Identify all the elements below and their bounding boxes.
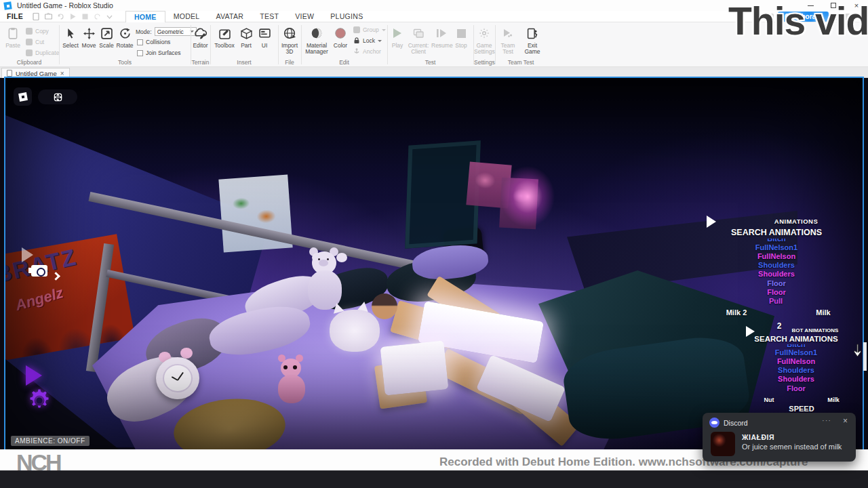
material-manager-button[interactable]: Material Manager xyxy=(303,26,330,56)
search-animations-button[interactable]: SEARCH ANIMATIONS xyxy=(731,228,822,237)
bot-search-animations-button[interactable]: SEARCH ANIMATIONS xyxy=(754,335,837,343)
resume-button[interactable]: Resume xyxy=(431,26,452,49)
notification-username: ЖIAŁĐIЯ xyxy=(742,433,774,441)
animation-item[interactable]: Pull xyxy=(769,297,783,305)
windows-taskbar: 19°C Ciel couvert Search T1 1 1 xyxy=(0,470,868,488)
new-file-icon[interactable] xyxy=(33,13,40,20)
anchor-icon xyxy=(353,48,360,55)
roblox-studio-logo-icon xyxy=(3,1,12,9)
chevron-down-icon xyxy=(382,29,386,31)
notification-app-name: Discord xyxy=(724,419,748,427)
game-topbar-pill[interactable] xyxy=(38,89,77,104)
open-file-icon[interactable] xyxy=(45,13,52,20)
animation-item-clipped[interactable]: Bitch xyxy=(767,239,786,243)
animation-item[interactable]: Floor xyxy=(767,279,786,287)
scene-vignette xyxy=(5,78,863,449)
chat-list-icon[interactable] xyxy=(54,93,62,102)
collisions-checkbox[interactable]: Collisions xyxy=(137,39,170,45)
notification-close-icon[interactable]: × xyxy=(843,416,848,426)
play-button[interactable]: Play xyxy=(389,26,406,49)
play-overlay-icon[interactable] xyxy=(22,247,33,262)
gear-icon xyxy=(479,28,490,39)
milk-button[interactable]: Milk xyxy=(827,396,840,403)
milk-button[interactable]: Milk xyxy=(816,308,830,317)
mode-label: Mode: xyxy=(136,28,152,35)
animation-item[interactable]: FullNelson xyxy=(757,252,795,260)
color-button[interactable]: Color xyxy=(332,26,349,49)
ribbon-group-terrain: Editor Terrain xyxy=(191,22,210,67)
tab-home[interactable]: HOME xyxy=(125,11,165,22)
tab-plugins[interactable]: PLUGINS xyxy=(322,11,371,22)
play-icon xyxy=(393,28,401,38)
tab-avatar[interactable]: AVATAR xyxy=(208,11,252,22)
toolbox-button[interactable]: Toolbox xyxy=(214,26,235,49)
camera-icon[interactable] xyxy=(31,265,47,277)
animation-item[interactable]: FullNelson1 xyxy=(775,348,817,357)
paste-button[interactable]: Paste xyxy=(3,26,23,49)
roblox-menu-button[interactable] xyxy=(14,87,32,106)
terrain-editor-button[interactable]: Editor xyxy=(191,26,210,49)
part-button[interactable]: Part xyxy=(238,26,254,49)
tab-view[interactable]: VIEW xyxy=(287,11,322,22)
duplicate-button[interactable]: Duplicate xyxy=(26,49,59,56)
animation-item[interactable]: FullNelson1 xyxy=(755,243,797,251)
exit-game-button[interactable]: Exit Game xyxy=(521,26,543,56)
animation-item[interactable]: Shoulders xyxy=(758,270,795,278)
checkbox-icon xyxy=(137,39,143,45)
stop-button[interactable]: Stop xyxy=(453,26,469,49)
tab-test[interactable]: TEST xyxy=(252,11,287,22)
ribbon-group-settings: Game Settings Settings xyxy=(474,22,494,67)
join-surfaces-checkbox[interactable]: Join Surfaces xyxy=(137,49,181,56)
milk2-button[interactable]: Milk 2 xyxy=(726,308,747,317)
anchor-button[interactable]: Anchor xyxy=(353,48,381,55)
tab-model[interactable]: MODEL xyxy=(165,11,208,22)
roblox-studio-window: Untitled Game - Roblox Studio × FILE HOM… xyxy=(0,0,868,488)
undo-icon[interactable] xyxy=(57,13,64,20)
game-viewport[interactable]: BRATZ Angelz xyxy=(5,78,863,449)
purple-play-icon[interactable] xyxy=(26,365,42,386)
animation-item[interactable]: Floor xyxy=(787,384,806,392)
ribbon-group-file: Import 3D File xyxy=(279,22,300,67)
bot-animations-play-button[interactable] xyxy=(746,326,755,337)
animation-item[interactable]: Shoulders xyxy=(778,366,814,374)
scale-tool-button[interactable]: Scale xyxy=(98,26,115,49)
move-tool-button[interactable]: Move xyxy=(80,26,98,49)
ui-button[interactable]: UI xyxy=(257,26,272,49)
ribbon-tabs: HOME MODEL AVATAR TEST VIEW PLUGINS xyxy=(125,11,372,22)
animations-play-button[interactable] xyxy=(707,216,716,228)
lock-button[interactable]: Lock xyxy=(353,37,382,44)
file-menu[interactable]: FILE xyxy=(7,12,23,20)
animation-item[interactable]: FullNelson xyxy=(777,357,815,365)
discord-logo-icon xyxy=(709,418,719,428)
animation-item[interactable]: Shoulders xyxy=(758,261,795,269)
current-client-button[interactable]: Current: Client xyxy=(407,26,430,56)
rotate-tool-button[interactable]: Rotate xyxy=(115,26,134,49)
play-quick-icon[interactable] xyxy=(69,13,77,20)
animation-item[interactable]: Floor xyxy=(767,288,786,296)
document-tab-untitled-game[interactable]: Untitled Game × xyxy=(1,68,70,78)
copy-button[interactable]: Copy xyxy=(26,28,49,35)
stop-quick-icon[interactable] xyxy=(81,13,89,20)
import-3d-button[interactable]: Import 3D xyxy=(279,26,300,56)
nut-button[interactable]: Nut xyxy=(764,396,774,403)
scrollbar-sliver[interactable] xyxy=(863,342,867,371)
ambience-toggle-button[interactable]: AMBIENCE: ON/OFF xyxy=(11,436,90,446)
purple-gear-icon[interactable] xyxy=(27,388,52,413)
lock-icon xyxy=(353,37,360,44)
cut-button[interactable]: Cut xyxy=(26,39,44,45)
game-settings-button[interactable]: Game Settings xyxy=(474,26,494,56)
stop-icon xyxy=(457,29,466,38)
group-button[interactable]: Group xyxy=(353,26,386,33)
roblox-icon xyxy=(18,92,28,102)
place-icon xyxy=(7,70,12,77)
notification-more-icon[interactable]: ··· xyxy=(822,416,831,424)
discord-notification[interactable]: Discord ··· × ЖIAŁĐIЯ Or juice semen ins… xyxy=(703,413,856,462)
ribbon-group-team-test: Team Test Exit Game Team Test xyxy=(496,22,546,67)
customize-quick-access-caret[interactable] xyxy=(106,13,113,20)
copy-icon xyxy=(26,28,33,35)
tab-close-icon[interactable]: × xyxy=(60,70,64,77)
select-tool-button[interactable]: Select xyxy=(61,26,80,49)
redo-icon[interactable] xyxy=(94,13,101,20)
team-test-button[interactable]: Team Test xyxy=(498,26,517,56)
animation-item[interactable]: Shoulders xyxy=(778,375,814,383)
